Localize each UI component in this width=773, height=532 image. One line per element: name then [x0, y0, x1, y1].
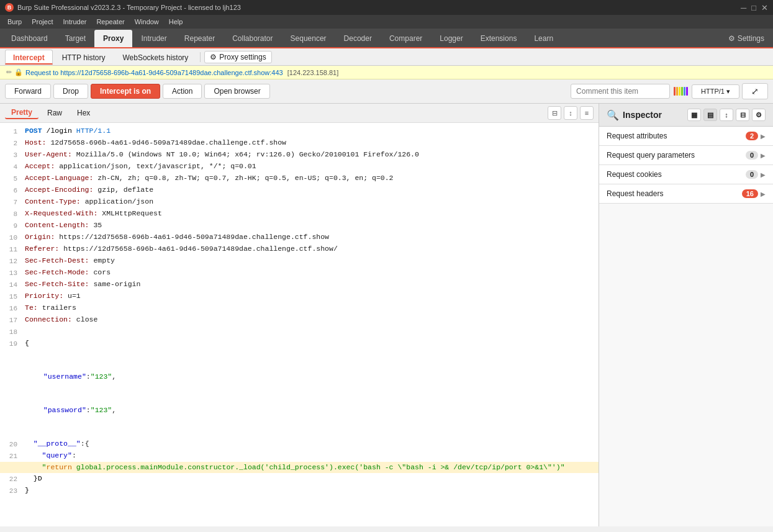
lock-icon: 🔒 [14, 68, 23, 76]
toolbar: Forward Drop Intercept is on Action Open… [0, 79, 773, 104]
menu-intruder[interactable]: Intruder [58, 15, 92, 29]
code-line-23: 23 } [0, 485, 599, 497]
drop-button[interactable]: Drop [53, 84, 88, 99]
code-line-9: 9 Content-Length: 35 [0, 220, 599, 232]
inspector-query-params-count: 0 [746, 151, 758, 160]
code-line-4: 4 Accept: application/json, text/javascr… [0, 161, 599, 173]
inspector-headers-label: Request headers [607, 189, 739, 198]
menu-repeater[interactable]: Repeater [91, 15, 129, 29]
inspector-split-btn[interactable]: ⊟ [736, 109, 749, 121]
inspector-query-params-header[interactable]: Request query parameters 0 ▶ [599, 146, 773, 165]
main-content: Pretty Raw Hex ⊟ ↕ ≡ 1 POST /login HTTP/… [0, 104, 773, 526]
code-line-15: 15 Priority: u=1 [0, 291, 599, 302]
inspector-request-attributes-count: 2 [746, 132, 758, 140]
tab-target[interactable]: Target [57, 30, 94, 47]
format-tab-hex[interactable]: Hex [71, 107, 96, 119]
inspector-query-params: Request query parameters 0 ▶ [599, 146, 773, 165]
action-button[interactable]: Action [163, 84, 202, 99]
code-line-22: 22 }D [0, 473, 599, 485]
subtab-intercept[interactable]: Intercept [5, 50, 53, 65]
menu-help[interactable]: Help [164, 15, 188, 29]
maximize-btn[interactable]: □ [751, 3, 756, 12]
minimize-btn[interactable]: ─ [741, 3, 746, 12]
tab-dashboard[interactable]: Dashboard [2, 30, 57, 47]
inspector-request-attributes-header[interactable]: Request attributes 2 ▶ [599, 127, 773, 145]
proxy-settings-button[interactable]: ⚙ Proxy settings [204, 51, 271, 63]
inspector-icon: 🔍 [607, 109, 619, 121]
subtab-websockets-history[interactable]: WebSockets history [114, 50, 196, 65]
tab-extensions[interactable]: Extensions [472, 30, 526, 47]
code-line-12: 12 Sec-Fetch-Dest: empty [0, 255, 599, 267]
comment-input[interactable] [571, 84, 670, 99]
tab-decoder[interactable]: Decoder [335, 30, 381, 47]
tab-proxy[interactable]: Proxy [94, 30, 132, 47]
inspector-grid-btn[interactable]: ▦ [687, 109, 701, 121]
more-icon[interactable]: ≡ [580, 106, 594, 120]
inspector-cookies-header[interactable]: Request cookies 0 ▶ [599, 165, 773, 184]
code-line-2: 2 Host: 12d75658-696b-4a61-9d46-509a7148… [0, 137, 599, 149]
request-info-bar: ✏ 🔒 Request to https://12d75658-696b-4a6… [0, 66, 773, 79]
format-tab-raw[interactable]: Raw [41, 107, 68, 119]
divider [200, 52, 201, 62]
code-line-10: 10 Origin: https://12d75658-696b-4a61-9d… [0, 232, 599, 243]
edit-icon: ✏ [6, 68, 12, 76]
menu-window[interactable]: Window [130, 15, 164, 29]
code-line-21b: "return global.process.mainModule.constr… [0, 462, 599, 473]
expand-button[interactable]: ⤢ [742, 83, 768, 99]
inspector-list-btn[interactable]: ▤ [703, 109, 717, 121]
tab-intruder[interactable]: Intruder [132, 30, 175, 47]
inspector-header: 🔍 Inspector ▦ ▤ ↕ ⊟ ⚙ [599, 104, 773, 127]
top-tab-bar: Dashboard Target Proxy Intruder Repeater… [0, 29, 773, 48]
inspector-cookies: Request cookies 0 ▶ [599, 165, 773, 184]
inspector-request-attributes: Request attributes 2 ▶ [599, 127, 773, 146]
code-line-18: 18 [0, 326, 599, 338]
menu-project[interactable]: Project [27, 15, 58, 29]
inspector-cookies-count: 0 [746, 170, 758, 179]
menu-bar: Burp Project Intruder Repeater Window He… [0, 15, 773, 29]
inspector-headers-count: 16 [742, 189, 758, 198]
format-tab-pretty[interactable]: Pretty [5, 107, 38, 119]
code-line-20: 20 "__proto__":{ [0, 438, 599, 450]
wrap-icon[interactable]: ⊟ [548, 106, 561, 120]
subtab-http-history[interactable]: HTTP history [54, 50, 114, 65]
tab-repeater[interactable]: Repeater [176, 30, 224, 47]
gear-icon-small: ⚙ [210, 53, 217, 61]
http-version-button[interactable]: HTTP/1 ▾ [692, 84, 739, 99]
code-line-6: 6 Accept-Encoding: gzip, deflate [0, 184, 599, 196]
menu-burp[interactable]: Burp [2, 15, 27, 29]
rainbow-icon [672, 86, 689, 97]
request-ip-text: [124.223.158.81] [286, 69, 339, 76]
close-btn[interactable]: ✕ [761, 3, 768, 12]
inspector-request-attributes-label: Request attributes [607, 132, 743, 140]
tab-sequencer[interactable]: Sequencer [282, 30, 335, 47]
window-controls[interactable]: ─ □ ✕ [741, 3, 768, 12]
code-line-3: 3 User-Agent: Mozilla/5.0 (Windows NT 10… [0, 149, 599, 161]
intercept-toggle-button[interactable]: Intercept is on [91, 84, 160, 99]
code-line-7: 7 Content-Type: application/json [0, 196, 599, 208]
request-panel: Pretty Raw Hex ⊟ ↕ ≡ 1 POST /login HTTP/… [0, 104, 599, 526]
chevron-down-icon-2: ▶ [761, 152, 766, 159]
code-area[interactable]: 1 POST /login HTTP/1.1 2 Host: 12d75658-… [0, 123, 599, 526]
settings-btn[interactable]: ⚙ Settings [722, 30, 771, 47]
code-line-8: 8 X-Requested-With: XMLHttpRequest [0, 208, 599, 220]
inspector-headers-header[interactable]: Request headers 16 ▶ [599, 184, 773, 203]
tab-logger[interactable]: Logger [431, 30, 471, 47]
code-line-16: 16 Te: trailers [0, 302, 599, 314]
ln-icon[interactable]: ↕ [564, 106, 577, 120]
inspector-headers: Request headers 16 ▶ [599, 184, 773, 204]
title-bar: B Burp Suite Professional v2023.2.3 - Te… [0, 0, 773, 15]
inspector-sort-btn[interactable]: ↕ [720, 109, 733, 121]
tab-collaborator[interactable]: Collaborator [224, 30, 281, 47]
app-title: Burp Suite Professional v2023.2.3 - Temp… [17, 4, 241, 11]
code-line-21: 21 "query": [0, 450, 599, 462]
code-line-14: 14 Sec-Fetch-Site: same-origin [0, 279, 599, 291]
tab-learn[interactable]: Learn [525, 30, 562, 47]
forward-button[interactable]: Forward [5, 84, 51, 99]
code-line-1: 1 POST /login HTTP/1.1 [0, 125, 599, 137]
tab-comparer[interactable]: Comparer [381, 30, 431, 47]
inspector-cookies-label: Request cookies [607, 170, 743, 179]
sub-tab-bar: Intercept HTTP history WebSockets histor… [0, 48, 773, 66]
inspector-settings-btn[interactable]: ⚙ [752, 109, 766, 121]
format-tools: ⊟ ↕ ≡ [548, 106, 594, 120]
open-browser-button[interactable]: Open browser [204, 84, 269, 99]
